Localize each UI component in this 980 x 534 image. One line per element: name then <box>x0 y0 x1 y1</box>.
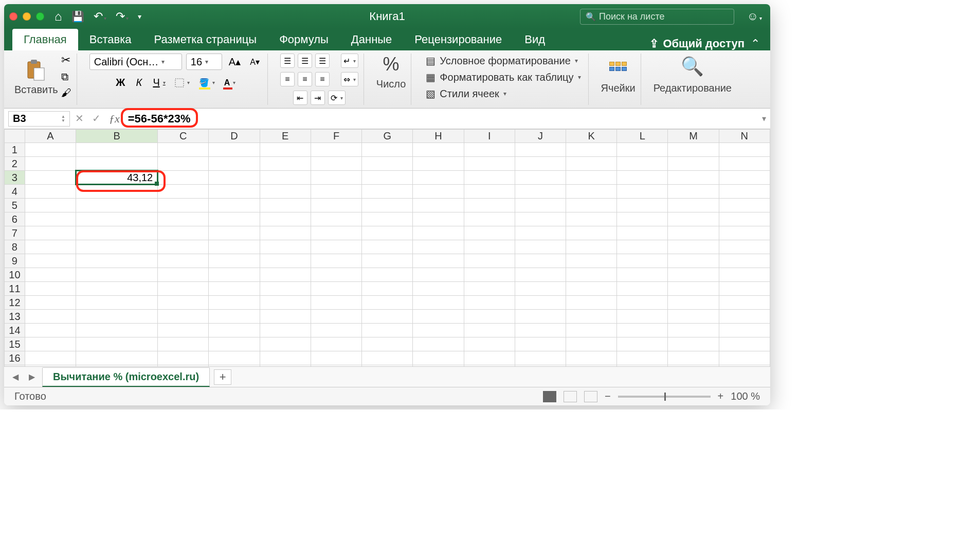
cell-M4[interactable] <box>668 185 719 199</box>
cell-A4[interactable] <box>25 185 76 199</box>
cell-J6[interactable] <box>515 212 566 226</box>
cell-C4[interactable] <box>158 185 209 199</box>
cell-E16[interactable] <box>260 351 311 365</box>
cell-H15[interactable] <box>413 337 464 351</box>
cell-C9[interactable] <box>158 254 209 268</box>
cell-H3[interactable] <box>413 171 464 185</box>
cell-B16[interactable] <box>76 351 158 365</box>
cell-B5[interactable] <box>76 199 158 212</box>
cell-M2[interactable] <box>668 157 719 171</box>
cell-M9[interactable] <box>668 254 719 268</box>
cell-H4[interactable] <box>413 185 464 199</box>
cell-M3[interactable] <box>668 171 719 185</box>
cell-D8[interactable] <box>209 240 260 254</box>
add-sheet-button[interactable]: + <box>214 369 231 385</box>
cell-H13[interactable] <box>413 310 464 324</box>
cell-G8[interactable] <box>362 240 413 254</box>
row-header-11[interactable]: 11 <box>5 282 25 296</box>
cell-G5[interactable] <box>362 199 413 212</box>
cell-L7[interactable] <box>617 226 668 240</box>
cell-H11[interactable] <box>413 282 464 296</box>
expand-formula-bar-icon[interactable]: ▾ <box>762 114 766 123</box>
view-page-break-icon[interactable] <box>584 391 597 402</box>
cell-I3[interactable] <box>464 171 515 185</box>
select-all-corner[interactable] <box>5 130 25 143</box>
cell-G14[interactable] <box>362 324 413 337</box>
cell-J7[interactable] <box>515 226 566 240</box>
collapse-ribbon-icon[interactable]: ⌃ <box>751 37 760 50</box>
cell-C14[interactable] <box>158 324 209 337</box>
percent-icon[interactable]: % <box>383 54 400 75</box>
cell-L15[interactable] <box>617 337 668 351</box>
cell-A5[interactable] <box>25 199 76 212</box>
cell-K17[interactable] <box>566 365 616 367</box>
cell-E1[interactable] <box>260 143 311 157</box>
cell-L10[interactable] <box>617 268 668 282</box>
cell-L4[interactable] <box>617 185 668 199</box>
cell-A7[interactable] <box>25 226 76 240</box>
cell-L8[interactable] <box>617 240 668 254</box>
cell-L5[interactable] <box>617 199 668 212</box>
align-left-icon[interactable]: ≡ <box>280 72 295 86</box>
spreadsheet-grid[interactable]: ABCDEFGHIJKLMN12343,12456789101112131415… <box>4 129 770 366</box>
conditional-formatting-button[interactable]: ▤ Условное форматирование▾ <box>424 54 579 68</box>
cell-F14[interactable] <box>311 324 361 337</box>
cell-I14[interactable] <box>464 324 515 337</box>
sheet-nav-next-icon[interactable]: ▶ <box>26 372 38 382</box>
cell-D7[interactable] <box>209 226 260 240</box>
cell-C13[interactable] <box>158 310 209 324</box>
cell-D2[interactable] <box>209 157 260 171</box>
tab-view[interactable]: Вид <box>513 29 556 50</box>
cell-M7[interactable] <box>668 226 719 240</box>
cell-J14[interactable] <box>515 324 566 337</box>
fx-icon[interactable]: ƒx <box>109 112 120 126</box>
cell-M12[interactable] <box>668 296 719 310</box>
col-header-K[interactable]: K <box>566 130 616 143</box>
qat-customize-icon[interactable]: ▾ <box>138 12 141 21</box>
cell-J9[interactable] <box>515 254 566 268</box>
cell-F9[interactable] <box>311 254 361 268</box>
cell-G9[interactable] <box>362 254 413 268</box>
cell-B7[interactable] <box>76 226 158 240</box>
maximize-icon[interactable] <box>36 12 44 21</box>
cell-B6[interactable] <box>76 212 158 226</box>
cell-L11[interactable] <box>617 282 668 296</box>
row-header-1[interactable]: 1 <box>5 143 25 157</box>
cell-G6[interactable] <box>362 212 413 226</box>
row-header-8[interactable]: 8 <box>5 240 25 254</box>
cell-D16[interactable] <box>209 351 260 365</box>
cell-A8[interactable] <box>25 240 76 254</box>
cell-J4[interactable] <box>515 185 566 199</box>
align-middle-icon[interactable]: ☰ <box>298 54 312 68</box>
row-header-2[interactable]: 2 <box>5 157 25 171</box>
col-header-F[interactable]: F <box>311 130 361 143</box>
cell-F13[interactable] <box>311 310 361 324</box>
cell-L2[interactable] <box>617 157 668 171</box>
cell-J2[interactable] <box>515 157 566 171</box>
col-header-G[interactable]: G <box>362 130 413 143</box>
tab-page-layout[interactable]: Разметка страницы <box>143 29 268 50</box>
col-header-I[interactable]: I <box>464 130 515 143</box>
col-header-J[interactable]: J <box>515 130 566 143</box>
tab-home[interactable]: Главная <box>12 29 78 50</box>
cell-K15[interactable] <box>566 337 616 351</box>
cell-H17[interactable] <box>413 365 464 367</box>
cell-D3[interactable] <box>209 171 260 185</box>
format-as-table-button[interactable]: ▦ Форматировать как таблицу▾ <box>424 70 583 84</box>
cell-C10[interactable] <box>158 268 209 282</box>
cell-J16[interactable] <box>515 351 566 365</box>
cell-K14[interactable] <box>566 324 616 337</box>
cell-N6[interactable] <box>719 212 770 226</box>
cell-K5[interactable] <box>566 199 616 212</box>
cell-F1[interactable] <box>311 143 361 157</box>
cell-D9[interactable] <box>209 254 260 268</box>
cell-E3[interactable] <box>260 171 311 185</box>
cell-L14[interactable] <box>617 324 668 337</box>
find-icon[interactable]: 🔍 <box>680 54 705 79</box>
cell-I12[interactable] <box>464 296 515 310</box>
feedback-icon[interactable]: ☺▾ <box>747 10 762 23</box>
cell-I4[interactable] <box>464 185 515 199</box>
cell-F11[interactable] <box>311 282 361 296</box>
cell-H2[interactable] <box>413 157 464 171</box>
cell-E4[interactable] <box>260 185 311 199</box>
